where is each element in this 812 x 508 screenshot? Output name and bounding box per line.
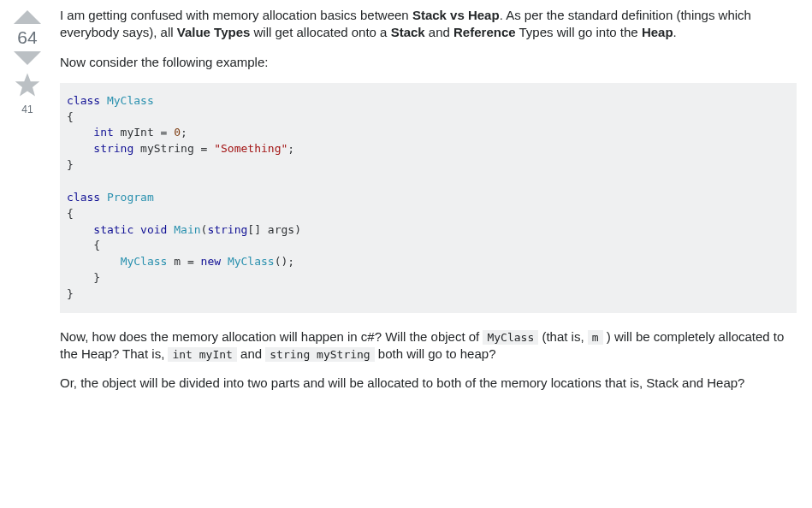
downvote-icon <box>12 50 43 67</box>
code-punct: ) <box>294 223 301 236</box>
code-number: 0 <box>174 126 181 139</box>
bold-text: Heap <box>642 25 673 39</box>
bold-text: Reference <box>453 25 516 39</box>
text: and <box>237 346 265 361</box>
code-punct: = <box>161 126 168 139</box>
text: both will go to heap? <box>375 346 496 361</box>
code-string: "Something" <box>214 142 287 155</box>
code-type: MyClass <box>107 94 154 107</box>
text: Now, how does the memory allocation will… <box>60 329 483 344</box>
code-type: Program <box>107 191 154 204</box>
question-post: 64 41 I am getting confused with memory … <box>9 7 797 404</box>
star-icon <box>15 72 40 97</box>
favorite-count: 41 <box>21 103 33 115</box>
code-type: Main <box>174 223 200 236</box>
code-punct: { <box>93 239 100 251</box>
favorite-button[interactable] <box>15 72 40 100</box>
text: and <box>425 25 453 39</box>
code-punct: ; <box>181 126 187 139</box>
code-plain: args <box>261 223 294 236</box>
code-punct: [] <box>247 223 261 236</box>
question-body: I am getting confused with memory alloca… <box>60 7 797 404</box>
code-keyword: static <box>93 223 133 236</box>
code-keyword: class <box>67 191 100 204</box>
inline-code: int myInt <box>168 347 236 362</box>
code-keyword: int <box>93 126 113 139</box>
code-keyword: void <box>140 223 167 236</box>
code-punct: { <box>67 110 74 123</box>
text: . <box>673 25 677 39</box>
text: Types will go into the <box>516 25 642 39</box>
code-punct: { <box>67 207 74 220</box>
code-keyword: new <box>201 255 221 268</box>
code-block: class MyClass { int myInt = 0; string my… <box>60 83 797 313</box>
code-punct: (); <box>275 255 294 268</box>
code-punct: ; <box>287 142 294 155</box>
code-plain: myString <box>133 142 200 155</box>
code-punct: } <box>93 271 100 284</box>
text: I am getting confused with memory alloca… <box>60 8 412 22</box>
bold-text: Value Types <box>177 25 251 39</box>
inline-code: m <box>588 330 603 345</box>
code-keyword: string <box>93 142 133 155</box>
code-keyword: class <box>67 94 100 107</box>
bold-text: Stack vs Heap <box>412 8 500 22</box>
code-plain: m <box>167 255 187 268</box>
paragraph-lead: Now consider the following example: <box>60 54 797 71</box>
upvote-icon <box>12 9 43 26</box>
code-keyword: string <box>207 223 247 236</box>
upvote-button[interactable] <box>12 9 43 26</box>
code-type: MyClass <box>121 255 168 268</box>
code-punct: = <box>187 255 194 268</box>
text: will get allocated onto a <box>250 25 390 39</box>
code-punct: } <box>67 158 74 171</box>
code-punct: = <box>201 142 208 155</box>
inline-code: MyClass <box>483 330 538 345</box>
paragraph-question: Now, how does the memory allocation will… <box>60 328 797 363</box>
code-punct: } <box>67 287 74 300</box>
paragraph-alt: Or, the object will be divided into two … <box>60 375 797 392</box>
paragraph-intro: I am getting confused with memory alloca… <box>60 7 797 42</box>
vote-score: 64 <box>17 27 37 48</box>
text: (that is, <box>538 329 588 344</box>
inline-code: string myString <box>265 347 374 362</box>
bold-text: Stack <box>391 25 425 39</box>
downvote-button[interactable] <box>12 50 43 67</box>
code-type: MyClass <box>228 255 275 268</box>
code-plain: myInt <box>114 126 161 139</box>
vote-column: 64 41 <box>9 7 46 404</box>
